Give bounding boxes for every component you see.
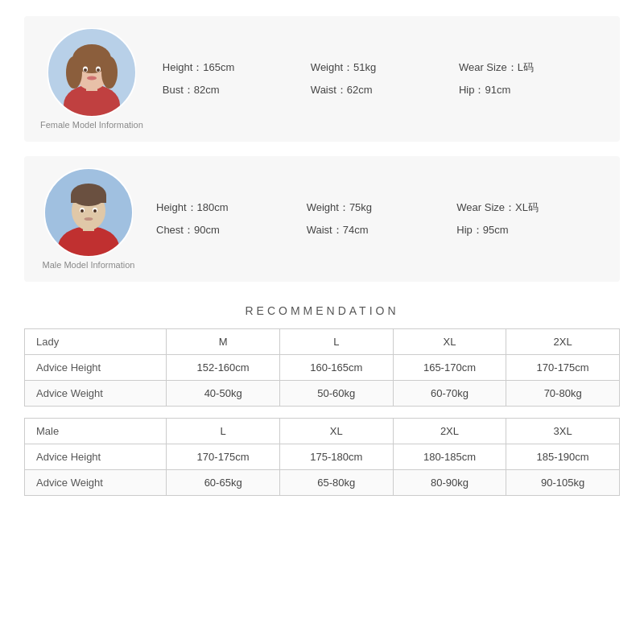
female-hip: Hip：91cm [456, 81, 604, 99]
female-bust: Bust：82cm [159, 81, 308, 99]
male-weight-3xl: 90-105kg [506, 470, 620, 496]
female-height: Height：165cm [159, 59, 308, 76]
lady-weight-row: Advice Weight 40-50kg 50-60kg 60-70kg 70… [25, 381, 620, 407]
svg-point-12 [97, 68, 100, 72]
male-weight-2xl: 80-90kg [393, 470, 506, 496]
lady-height-label: Advice Height [25, 355, 167, 381]
male-weight: Weight：75kg [303, 199, 454, 217]
male-header-row: Male L XL 2XL 3XL [25, 419, 620, 444]
male-model-label: Male Model Information [43, 260, 135, 270]
male-weight-row: Advice Weight 60-65kg 65-80kg 80-90kg 90… [25, 470, 620, 496]
lady-height-m: 152-160cm [167, 355, 280, 381]
lady-height-l: 160-165cm [279, 355, 393, 381]
lady-height-2xl: 170-175cm [506, 355, 620, 381]
svg-point-24 [80, 209, 84, 213]
svg-point-13 [87, 76, 97, 80]
svg-point-7 [66, 56, 82, 89]
male-table-container: Male L XL 2XL 3XL Advice Height 170-175c… [24, 418, 620, 496]
svg-point-8 [101, 56, 118, 89]
male-height-label: Advice Height [25, 444, 167, 470]
recommendation-title: RECOMMENDATION [24, 304, 620, 317]
lady-weight-l: 50-60kg [279, 381, 393, 407]
svg-rect-21 [71, 195, 106, 203]
male-model-section: Male Model Information Height：180cm Weig… [24, 156, 620, 282]
male-height-3xl: 185-190cm [506, 444, 620, 470]
lady-size-table: Lady M L XL 2XL Advice Height 152-160cm … [24, 328, 620, 407]
lady-col-2: L [279, 329, 393, 355]
male-col-3: 2XL [393, 419, 506, 444]
female-model-label-area: Female Model Information [40, 28, 143, 130]
lady-table-container: Lady M L XL 2XL Advice Height 152-160cm … [24, 328, 620, 407]
male-weight-l: 60-65kg [167, 470, 280, 496]
lady-col-4: 2XL [506, 329, 620, 355]
male-height-row: Advice Height 170-175cm 175-180cm 180-18… [25, 444, 620, 470]
male-height: Height：180cm [153, 199, 303, 217]
male-height-l: 170-175cm [167, 444, 280, 470]
female-model-info: Height：165cm Weight：51kg Wear Size：L码 Bu… [159, 59, 604, 99]
male-wear-size: Wear Size：XL码 [453, 199, 604, 217]
male-height-xl: 175-180cm [279, 444, 393, 470]
lady-weight-xl: 60-70kg [393, 381, 506, 407]
female-wear-size: Wear Size：L码 [456, 59, 604, 76]
lady-weight-m: 40-50kg [167, 381, 280, 407]
recommendation-section: RECOMMENDATION Lady M L XL 2XL Advice He… [24, 304, 620, 507]
female-model-section: Female Model Information Height：165cm We… [24, 16, 620, 142]
svg-point-26 [85, 217, 93, 221]
svg-point-11 [84, 68, 87, 72]
male-weight-label: Advice Weight [25, 470, 167, 496]
male-model-label-area: Male Model Information [40, 168, 137, 270]
page: Female Model Information Height：165cm We… [0, 0, 644, 644]
male-size-table: Male L XL 2XL 3XL Advice Height 170-175c… [24, 418, 620, 496]
svg-point-25 [93, 209, 97, 213]
male-col-0: Male [25, 419, 167, 444]
lady-weight-label: Advice Weight [25, 381, 167, 407]
male-col-4: 3XL [506, 419, 620, 444]
male-chest: Chest：90cm [153, 221, 303, 239]
lady-col-3: XL [393, 329, 506, 355]
male-height-2xl: 180-185cm [393, 444, 506, 470]
lady-header-row: Lady M L XL 2XL [25, 329, 620, 355]
lady-height-row: Advice Height 152-160cm 160-165cm 165-17… [25, 355, 620, 381]
male-hip: Hip：95cm [453, 221, 604, 239]
female-waist: Waist：62cm [308, 81, 456, 99]
male-col-1: L [167, 419, 280, 444]
female-weight: Weight：51kg [308, 59, 456, 76]
female-model-label: Female Model Information [40, 120, 143, 130]
lady-col-1: M [167, 329, 280, 355]
male-model-info: Height：180cm Weight：75kg Wear Size：XL码 C… [153, 199, 604, 239]
male-waist: Waist：74cm [303, 221, 454, 239]
female-avatar [47, 28, 136, 117]
lady-col-0: Lady [25, 329, 167, 355]
lady-height-xl: 165-170cm [393, 355, 506, 381]
male-avatar [44, 168, 133, 257]
male-weight-xl: 65-80kg [279, 470, 393, 496]
lady-weight-2xl: 70-80kg [506, 381, 620, 407]
male-col-2: XL [279, 419, 393, 444]
